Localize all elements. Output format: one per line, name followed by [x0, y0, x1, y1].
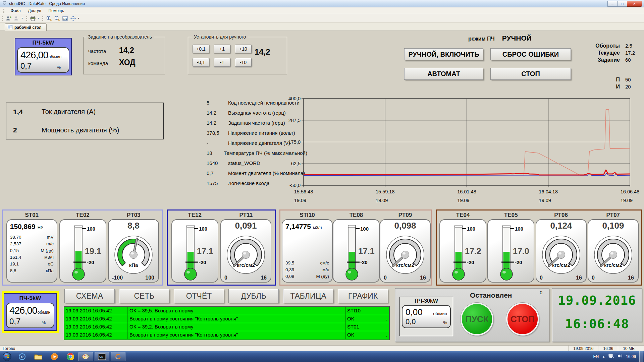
nav-button-отчёт[interactable]: ОТЧЁТ: [174, 289, 224, 303]
manual-on-button[interactable]: РУЧНОЙ, ВКЛЮЧИТЬ: [404, 48, 483, 60]
pid-value: 60: [625, 57, 631, 63]
log-tag-name: ST01: [347, 324, 359, 330]
remove-user-icon[interactable]: -: [13, 15, 21, 22]
svg-text:287,5: 287,5: [288, 118, 301, 123]
minimize-button[interactable]: –: [607, 1, 617, 7]
internet-explorer-icon[interactable]: e: [15, 352, 29, 361]
log-row[interactable]: 19.09.2016 16:05:42ОК = 39,2. Возврат в …: [64, 323, 389, 331]
explorer-folder-icon[interactable]: [32, 352, 45, 361]
actual-size-icon[interactable]: 1:1: [61, 15, 69, 22]
nav-button-график[interactable]: ГРАФИК: [338, 289, 388, 303]
chrome-icon[interactable]: [64, 352, 77, 361]
maximize-button[interactable]: □: [617, 1, 627, 7]
sensor-sub-value: 39,5: [285, 260, 294, 266]
step-button--10[interactable]: -10: [235, 58, 252, 67]
svg-text:16:04:18: 16:04:18: [539, 189, 558, 194]
volume-tray-icon[interactable]: [617, 354, 623, 360]
drive-title: ПЧ-5kW: [4, 294, 56, 302]
zoom-in-icon[interactable]: [45, 15, 53, 22]
language-indicator[interactable]: EN: [593, 354, 599, 359]
parameter-value: 378,5: [207, 130, 228, 136]
gauge-tag-label: ST01: [25, 212, 39, 219]
nav-button-дубль[interactable]: ДУБЛЬ: [228, 289, 279, 303]
menu-help[interactable]: Помощь: [46, 8, 67, 14]
svg-text:100: 100: [467, 226, 475, 232]
step-button-+0,1[interactable]: +0,1: [193, 45, 209, 53]
log-row[interactable]: 19.09.2016 16:05:42ОК = 39,5. Возврат в …: [64, 307, 389, 315]
svg-text:-: -: [18, 16, 19, 19]
log-tag: ОК.: [345, 315, 389, 323]
datarate-taskbar-button[interactable]: [111, 352, 125, 361]
svg-text:100: 100: [87, 226, 95, 232]
step-button-+1[interactable]: +1: [214, 45, 230, 53]
manual-setpoint-value: 14,2: [255, 47, 270, 57]
motor-label: Мощность двигателя (%): [42, 126, 119, 134]
toolbar-overflow-icon[interactable]: ▾: [78, 17, 79, 20]
drive-load-value: 0,7: [20, 61, 32, 71]
dial-gauge: 0,098 кгс/см2 0 16: [380, 219, 431, 283]
error-reset-button[interactable]: СБРОС ОШИБКИ: [490, 48, 571, 60]
nav-button-схема[interactable]: СХЕМА: [64, 289, 115, 303]
freq-value: 14,2: [119, 46, 134, 55]
gauge-tag-label: TE08: [350, 212, 363, 219]
log-row[interactable]: 19.09.2016 16:05:42Возврат в норму состо…: [64, 331, 389, 339]
sensor-sub-row: 161,4м3/ч: [10, 254, 54, 261]
log-timestamp: 19.09.2016 16:05:42: [64, 315, 127, 323]
toolbar-overflow-icon[interactable]: ▾: [21, 17, 23, 20]
zoom-out-icon[interactable]: [53, 15, 61, 22]
fit-page-icon[interactable]: [69, 15, 77, 22]
drive30-title: ПЧ-30kW: [400, 297, 453, 305]
step-button--0,1[interactable]: -0,1: [193, 58, 209, 67]
network-tray-icon[interactable]: [608, 354, 614, 360]
add-user-icon[interactable]: +: [5, 15, 13, 22]
paint-taskbar-button[interactable]: [78, 352, 93, 361]
step-button--1[interactable]: -1: [214, 58, 230, 67]
stop-button[interactable]: СТОП: [490, 68, 571, 80]
st01-gauge: ST01150,869НУ38,70mV2,537m/c0,15М (ду)16…: [6, 212, 57, 283]
svg-text:кгс/см2: кгс/см2: [552, 262, 570, 268]
auto-mode-button[interactable]: АВТОМАТ: [404, 68, 483, 80]
menu-access[interactable]: Доступ: [25, 8, 44, 14]
sensor-sub-row: 2,537m/c: [10, 241, 54, 247]
svg-text:кгс/см2: кгс/см2: [396, 262, 414, 268]
sensor-data-card: 150,869НУ38,70mV2,537m/c0,15М (ду)161,4м…: [6, 219, 57, 283]
tray-expand-icon[interactable]: ▲: [602, 355, 605, 358]
drive-load-unit: %: [57, 65, 61, 70]
drive-display: 426,00об/мин 0,7%: [6, 303, 54, 328]
step-button-+10[interactable]: +10: [235, 45, 252, 53]
thermometer-gauge: 100 -20 17.1: [333, 219, 380, 283]
start-button[interactable]: [1, 352, 13, 362]
menu-file[interactable]: Файл: [8, 8, 24, 14]
cmd-taskbar-button[interactable]: C:\: [95, 352, 109, 361]
sensor-sub-row: 19,1оС: [10, 261, 54, 267]
log-row[interactable]: 19.09.2016 16:05:42Возврат в норму состо…: [64, 315, 389, 323]
gauge-tag-label: PT03: [127, 212, 141, 219]
tray-clock[interactable]: 16:06: [626, 354, 636, 359]
printer-icon[interactable]: [29, 15, 37, 22]
show-desktop-button[interactable]: [639, 351, 643, 362]
drive-title: ПЧ-5kW: [15, 39, 71, 47]
gauge-panel-0: ST01150,869НУ38,70mV2,537m/c0,15М (ду)16…: [2, 209, 163, 286]
log-message: ОК = 39,2. Возврат в норму: [127, 323, 345, 331]
stop-round-button[interactable]: СТОП: [506, 303, 539, 336]
media-player-icon[interactable]: [48, 352, 61, 361]
svg-text:0: 0: [224, 275, 227, 281]
svg-text:0,124: 0,124: [550, 221, 572, 231]
dial-gauge: 0,124 кгс/см2 0 16: [536, 219, 587, 283]
workspace: ПЧ-5kW 426,00об/мин 0,7% Задание на прео…: [0, 31, 644, 345]
svg-text:400,0: 400,0: [288, 96, 301, 101]
nav-button-сеть[interactable]: СЕТЬ: [119, 289, 169, 303]
log-message: ОК = 39,5. Возврат в норму: [127, 307, 345, 315]
system-tray: EN ▲ 16:06: [593, 351, 644, 362]
tab-worktable[interactable]: рабочий стол: [5, 23, 47, 31]
nav-button-таблица[interactable]: ТАБЛИЦА: [283, 289, 333, 303]
mode-value: РУЧНОЙ: [502, 34, 532, 42]
close-button[interactable]: ×: [627, 1, 642, 7]
svg-text:100: 100: [515, 226, 523, 232]
start-round-button[interactable]: ПУСК: [461, 303, 493, 336]
digital-date: 19.09.2016: [552, 293, 642, 308]
sensor-sub-unit: mV: [47, 234, 54, 241]
window-title: stendGC - DataRate - Среда Исполнения: [9, 1, 85, 6]
tab-strip: рабочий стол: [0, 23, 644, 31]
toolbar-overflow-icon[interactable]: ▾: [38, 17, 39, 20]
